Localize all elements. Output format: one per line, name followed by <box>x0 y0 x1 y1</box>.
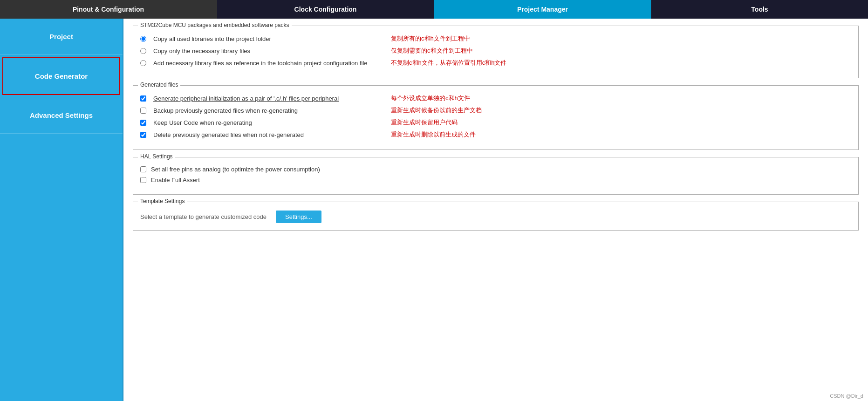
template-row: Select a template to generate customized… <box>140 211 851 223</box>
content-area: STM32Cube MCU packages and embedded soft… <box>123 19 868 401</box>
checkbox-option-keep-user-code: Keep User Code when re-generating 重新生成时保… <box>140 118 851 127</box>
hal-option-full-assert: Enable Full Assert <box>140 177 851 184</box>
radio-copy-all-label: Copy all used libraries into the project… <box>153 35 386 42</box>
template-settings-title: Template Settings <box>138 198 187 204</box>
radio-add-reference-label: Add necessary library files as reference… <box>153 60 386 67</box>
sidebar: Project Code Generator Advanced Settings <box>0 19 123 401</box>
radio-add-reference-annotation: 不复制c和h文件，从存储位置引用c和h文件 <box>391 59 506 67</box>
radio-copy-necessary[interactable] <box>140 48 146 54</box>
checkbox-full-assert[interactable] <box>140 177 146 183</box>
checkbox-full-assert-label: Enable Full Assert <box>151 177 384 184</box>
nav-project-manager[interactable]: Project Manager <box>434 0 651 19</box>
nav-clock[interactable]: Clock Configuration <box>217 0 434 19</box>
checkbox-delete-previous[interactable] <box>140 132 146 138</box>
checkbox-backup-label: Backup previously generated files when r… <box>153 107 386 114</box>
checkbox-peripheral-init[interactable] <box>140 95 146 102</box>
stm32cube-section: STM32Cube MCU packages and embedded soft… <box>133 26 859 78</box>
checkbox-free-pins-label: Set all free pins as analog (to optimize… <box>151 166 384 173</box>
nav-tools[interactable]: Tools <box>651 0 868 19</box>
radio-copy-all[interactable] <box>140 36 146 42</box>
footer-text: CSDN @Dir_d <box>830 393 863 399</box>
hal-settings-title: HAL Settings <box>138 153 175 160</box>
radio-option-copy-necessary: Copy only the necessary library files 仅复… <box>140 47 851 55</box>
checkbox-free-pins[interactable] <box>140 166 146 172</box>
generated-files-options: Generate peripheral initialization as a … <box>140 94 851 139</box>
footer: CSDN @Dir_d <box>830 393 863 399</box>
radio-add-reference[interactable] <box>140 60 146 66</box>
sidebar-item-project[interactable]: Project <box>0 19 123 55</box>
top-navigation: Pinout & Configuration Clock Configurati… <box>0 0 868 19</box>
checkbox-option-backup: Backup previously generated files when r… <box>140 106 851 115</box>
stm32cube-title: STM32Cube MCU packages and embedded soft… <box>138 22 292 28</box>
main-layout: Project Code Generator Advanced Settings… <box>0 19 868 401</box>
hal-settings-section: HAL Settings Set all free pins as analog… <box>133 157 859 195</box>
hal-option-free-pins: Set all free pins as analog (to optimize… <box>140 166 851 173</box>
checkbox-delete-previous-label: Delete previously generated files when n… <box>153 131 386 138</box>
checkbox-peripheral-init-annotation: 每个外设成立单独的c和h文件 <box>391 94 470 102</box>
checkbox-keep-user-code-annotation: 重新生成时保留用户代码 <box>391 118 458 127</box>
checkbox-backup[interactable] <box>140 108 146 114</box>
checkbox-delete-previous-annotation: 重新生成时删除以前生成的文件 <box>391 130 476 139</box>
nav-pinout[interactable]: Pinout & Configuration <box>0 0 217 19</box>
radio-option-copy-all: Copy all used libraries into the project… <box>140 34 851 43</box>
stm32cube-options: Copy all used libraries into the project… <box>140 34 851 67</box>
sidebar-item-advanced-settings[interactable]: Advanced Settings <box>0 97 123 134</box>
radio-option-add-reference: Add necessary library files as reference… <box>140 59 851 67</box>
checkbox-peripheral-init-label: Generate peripheral initialization as a … <box>153 95 386 102</box>
checkbox-keep-user-code[interactable] <box>140 120 146 126</box>
checkbox-option-peripheral-init: Generate peripheral initialization as a … <box>140 94 851 102</box>
checkbox-option-delete-previous: Delete previously generated files when n… <box>140 130 851 139</box>
checkbox-keep-user-code-label: Keep User Code when re-generating <box>153 119 386 126</box>
settings-button[interactable]: Settings... <box>276 211 321 223</box>
radio-copy-all-annotation: 复制所有的c和h文件到工程中 <box>391 34 470 43</box>
radio-copy-necessary-label: Copy only the necessary library files <box>153 48 386 54</box>
sidebar-item-code-generator[interactable]: Code Generator <box>2 57 120 95</box>
template-label: Select a template to generate customized… <box>140 213 267 220</box>
radio-copy-necessary-annotation: 仅复制需要的c和文件到工程中 <box>391 47 473 55</box>
hal-settings-options: Set all free pins as analog (to optimize… <box>140 166 851 184</box>
checkbox-backup-annotation: 重新生成时候备份以前的生产文档 <box>391 106 482 115</box>
template-settings-section: Template Settings Select a template to g… <box>133 202 859 231</box>
generated-files-title: Generated files <box>138 82 180 88</box>
generated-files-section: Generated files Generate peripheral init… <box>133 85 859 150</box>
